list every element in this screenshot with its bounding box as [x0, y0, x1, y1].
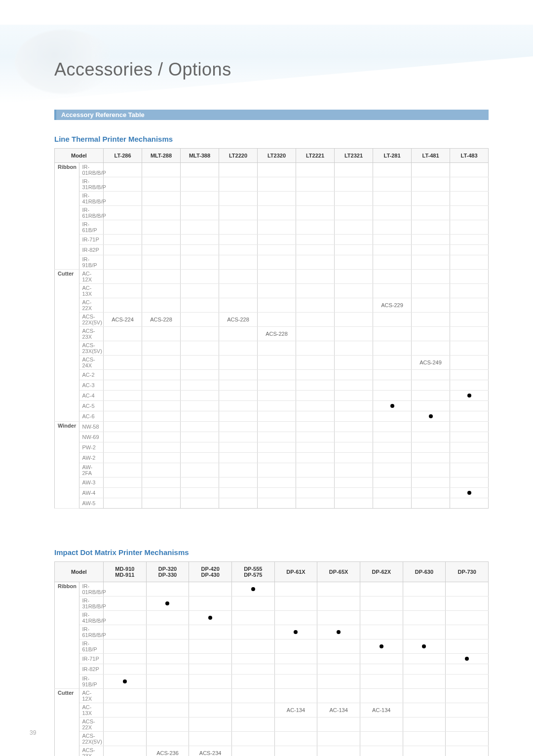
- data-cell: [446, 703, 489, 717]
- data-cell: [296, 235, 335, 245]
- data-cell: [373, 432, 412, 442]
- data-cell: [317, 732, 360, 746]
- data-cell: [373, 313, 412, 327]
- data-cell: [231, 717, 274, 732]
- data-cell: [373, 270, 412, 284]
- data-cell: [412, 422, 450, 432]
- data-cell: [446, 675, 489, 689]
- data-cell: [446, 625, 489, 639]
- data-cell: [189, 703, 232, 717]
- table-row: AW-4: [55, 488, 489, 498]
- data-cell: [403, 717, 446, 732]
- data-cell: [104, 255, 142, 270]
- data-cell: ACS-228: [219, 313, 258, 327]
- data-cell: [335, 477, 373, 488]
- dot-icon: [337, 630, 341, 634]
- dot-icon: [467, 491, 471, 495]
- data-cell: [403, 664, 446, 675]
- data-cell: [360, 597, 403, 611]
- item-cell: IR-71P: [79, 654, 104, 664]
- data-cell: [219, 411, 258, 422]
- data-cell: [335, 432, 373, 442]
- data-cell: [373, 380, 412, 391]
- data-cell: [360, 664, 403, 675]
- data-cell: [373, 220, 412, 235]
- data-cell: [142, 270, 181, 284]
- table2-col-header: DP-730: [446, 562, 489, 582]
- data-cell: [412, 380, 450, 391]
- data-cell: [142, 453, 181, 463]
- data-cell: [219, 255, 258, 270]
- data-cell: [403, 746, 446, 756]
- data-cell: [296, 192, 335, 206]
- data-cell: [258, 442, 296, 453]
- item-cell: AC-2: [79, 370, 104, 380]
- data-cell: [412, 220, 450, 235]
- data-cell: [231, 675, 274, 689]
- table1-col-header: LT-483: [450, 149, 489, 163]
- data-cell: [142, 177, 181, 192]
- data-cell: [142, 356, 181, 370]
- item-cell: ACS-24X: [79, 356, 104, 370]
- data-cell: [142, 391, 181, 401]
- data-cell: [219, 270, 258, 284]
- data-cell: [142, 401, 181, 411]
- data-cell: [412, 192, 450, 206]
- data-cell: [142, 245, 181, 255]
- data-cell: [258, 284, 296, 298]
- table-row: IR-41RB/B/P: [55, 611, 489, 625]
- data-cell: [104, 625, 147, 639]
- data-cell: [373, 453, 412, 463]
- data-cell: [231, 625, 274, 639]
- table-row: CutterAC-12X: [55, 689, 489, 703]
- data-cell: [181, 453, 219, 463]
- data-cell: [181, 380, 219, 391]
- category-cell: Cutter: [55, 270, 79, 422]
- data-cell: [335, 163, 373, 177]
- data-cell: [189, 639, 232, 654]
- category-cell: Cutter: [55, 689, 79, 756]
- data-cell: [450, 341, 489, 356]
- data-cell: [360, 689, 403, 703]
- data-cell: [296, 498, 335, 509]
- data-cell: [142, 284, 181, 298]
- category-cell: Ribbon: [55, 582, 79, 689]
- data-cell: [446, 654, 489, 664]
- data-cell: [231, 732, 274, 746]
- data-cell: [296, 488, 335, 498]
- data-cell: [104, 732, 147, 746]
- data-cell: [142, 498, 181, 509]
- data-cell: [412, 341, 450, 356]
- data-cell: [360, 732, 403, 746]
- data-cell: [274, 675, 317, 689]
- data-cell: [373, 442, 412, 453]
- data-cell: [403, 732, 446, 746]
- data-cell: [181, 192, 219, 206]
- table2-col-header: DP-65X: [317, 562, 360, 582]
- data-cell: [317, 597, 360, 611]
- table-row: IR-91B/P: [55, 675, 489, 689]
- data-cell: [412, 284, 450, 298]
- data-cell: [412, 313, 450, 327]
- data-cell: [373, 488, 412, 498]
- table1-col-header: LT2220: [219, 149, 258, 163]
- data-cell: [296, 391, 335, 401]
- data-cell: [181, 313, 219, 327]
- data-cell: [142, 341, 181, 356]
- item-cell: AC-22X: [79, 298, 104, 313]
- data-cell: [219, 177, 258, 192]
- data-cell: [104, 391, 142, 401]
- item-cell: ACS-23X: [79, 327, 104, 341]
- data-cell: [142, 163, 181, 177]
- data-cell: [296, 463, 335, 477]
- dot-icon: [123, 679, 127, 683]
- data-cell: [146, 675, 189, 689]
- data-cell: [360, 611, 403, 625]
- data-cell: [450, 488, 489, 498]
- dot-icon: [465, 657, 469, 661]
- data-cell: [450, 422, 489, 432]
- data-cell: [317, 625, 360, 639]
- table-row: IR-71P: [55, 654, 489, 664]
- item-cell: ACS-23X: [79, 746, 104, 756]
- data-cell: [189, 717, 232, 732]
